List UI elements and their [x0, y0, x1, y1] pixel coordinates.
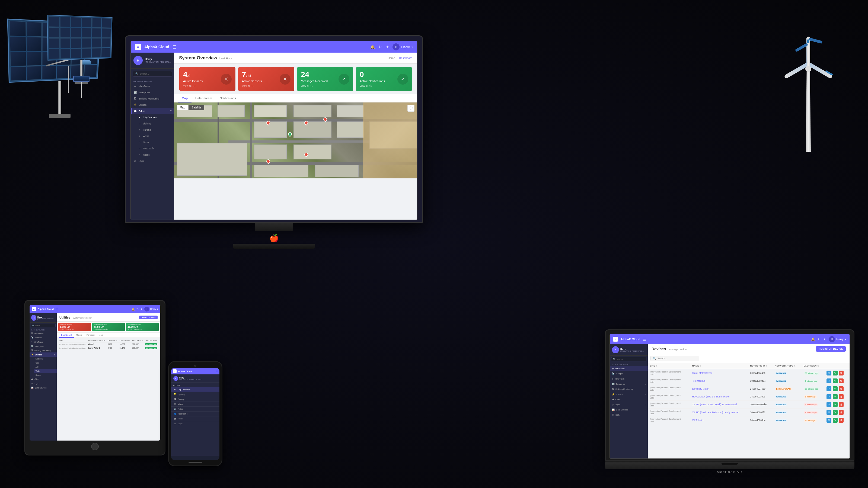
- tablet-sidebar-cities[interactable]: 🏙Cities: [30, 377, 57, 381]
- sidebar-item-cities[interactable]: 🏙 Cities ▾: [131, 108, 174, 114]
- tablet-sidebar-hotspot[interactable]: 📡Hotspot: [30, 335, 57, 340]
- tablet-search-input[interactable]: [35, 325, 54, 326]
- phone-nav-roads[interactable]: 🛣 Roads: [171, 416, 219, 421]
- stat-view-all[interactable]: View all ⓘ: [183, 84, 231, 88]
- phone-nav-lighting[interactable]: 💡 Lighting: [171, 392, 219, 397]
- laptop-sidebar-item-enterprise[interactable]: 🏢 Enterprise ›: [610, 382, 648, 387]
- view-button[interactable]: 👁: [827, 386, 831, 391]
- laptop-sidebar-item-utilities[interactable]: ⚡ Utilities ›: [610, 392, 648, 397]
- delete-button[interactable]: 🗑: [839, 418, 844, 423]
- edit-button[interactable]: ✎: [833, 379, 838, 383]
- devices-search-box[interactable]: 🔍: [650, 356, 699, 361]
- star-icon[interactable]: ★: [386, 45, 389, 49]
- laptop-star-icon[interactable]: ★: [823, 337, 826, 341]
- laptop-search-input[interactable]: [617, 358, 645, 360]
- phone-nav-foot-traffic[interactable]: 👣 Foot Traffic: [171, 412, 219, 416]
- edit-button[interactable]: ✎: [833, 410, 838, 415]
- device-name-link[interactable]: Test Modbus: [692, 380, 705, 382]
- edit-button[interactable]: ✎: [833, 370, 838, 376]
- view-button[interactable]: 👁: [827, 402, 831, 407]
- laptop-sidebar-item-cities[interactable]: 🏙 Cities ›: [610, 397, 648, 402]
- device-name-link[interactable]: Water Meter Device: [692, 372, 713, 375]
- tablet-home-button[interactable]: [91, 443, 99, 450]
- tablet-bell-icon[interactable]: 🔔: [131, 308, 135, 311]
- tab-notifications[interactable]: Notifications: [216, 94, 240, 102]
- laptop-sidebar-item-minetrack[interactable]: ◈ MineTrack: [610, 376, 648, 382]
- tablet-sidebar-building[interactable]: 🏗Building Monitoring: [30, 348, 57, 352]
- delete-button[interactable]: 🗑: [839, 386, 844, 391]
- tablet-sidebar-dashboard[interactable]: ⊞Dashboard: [30, 331, 57, 335]
- phone-nav-city-overview[interactable]: ● City Overview: [171, 387, 219, 392]
- sidebar-item-parking[interactable]: ○ Parking: [131, 127, 174, 133]
- map-tab-map[interactable]: Map: [177, 105, 188, 110]
- sidebar-item-lighting[interactable]: ○ Lighting: [131, 120, 174, 127]
- search-input[interactable]: [140, 72, 169, 75]
- edit-button[interactable]: ✎: [833, 402, 838, 407]
- tablet-sidebar-water[interactable]: Water: [34, 369, 57, 373]
- laptop-sidebar-item-logix[interactable]: ◇ Logix ›: [610, 402, 648, 407]
- laptop-search[interactable]: 🔍: [611, 357, 646, 361]
- tablet-sidebar-gas[interactable]: Gas: [34, 361, 57, 365]
- tab-data-stream[interactable]: Data Stream: [191, 94, 216, 102]
- tablet-sidebar-ac[interactable]: A/C: [34, 365, 57, 369]
- hamburger-icon[interactable]: ☰: [173, 44, 176, 50]
- sidebar-item-utilities[interactable]: ⚡ Utilities: [131, 102, 174, 108]
- view-button[interactable]: 👁: [827, 370, 831, 376]
- breadcrumb-home[interactable]: Home: [388, 57, 395, 60]
- sidebar-item-foot-traffic[interactable]: ○ Foot Traffic: [131, 145, 174, 152]
- stat-view-all[interactable]: View all ⓘ: [301, 84, 349, 88]
- sidebar-item-minetrack[interactable]: ◈ MineTrack: [131, 83, 174, 89]
- map-fullscreen-button[interactable]: ⛶: [407, 105, 414, 112]
- refresh-icon[interactable]: ↻: [379, 45, 382, 49]
- view-button[interactable]: 👁: [827, 410, 831, 415]
- delete-button[interactable]: 🗑: [839, 370, 844, 376]
- laptop-sidebar-item-hotspot[interactable]: 📡 Hotspot: [610, 371, 648, 376]
- bell-icon[interactable]: 🔔: [370, 45, 375, 49]
- tablet-sidebar-minetrack[interactable]: ◈MineTrack: [30, 340, 57, 344]
- phone-hamburger-icon[interactable]: ☰: [216, 370, 218, 372]
- stat-view-all[interactable]: View all ⓘ: [242, 84, 290, 88]
- laptop-hamburger-icon[interactable]: ☰: [643, 337, 646, 341]
- edit-button[interactable]: ✎: [833, 386, 838, 391]
- sidebar-item-logix[interactable]: ◇ Logix ›: [131, 158, 174, 164]
- delete-button[interactable]: 🗑: [839, 410, 844, 415]
- tablet-sidebar-logix[interactable]: ◇Logix: [30, 381, 57, 386]
- stat-view-all[interactable]: View all ⓘ: [360, 84, 408, 88]
- tablet-sidebar-datasources[interactable]: 📊Data Sources: [30, 386, 57, 390]
- device-name-link[interactable]: X1 PIR (Rev2 near Bathroom) Hourly Inter…: [692, 411, 739, 414]
- water-tab-forecast[interactable]: Forecast: [84, 333, 97, 338]
- tablet-sidebar-enterprise[interactable]: 🏢Enterprise: [30, 344, 57, 348]
- view-button[interactable]: 👁: [827, 379, 831, 383]
- delete-button[interactable]: 🗑: [839, 402, 844, 407]
- sidebar-search[interactable]: 🔍: [133, 71, 172, 77]
- laptop-sidebar-item-datasources[interactable]: 📊 Data Sources ▾: [610, 407, 648, 412]
- device-name-link[interactable]: X1 TH v0.1: [692, 419, 704, 422]
- water-tab-dashboard[interactable]: Dashboard: [59, 333, 74, 338]
- phone-home-indicator[interactable]: [188, 462, 202, 463]
- tablet-refresh-icon[interactable]: ↻: [136, 308, 138, 311]
- edit-button[interactable]: ✎: [833, 418, 838, 423]
- tablet-hamburger-icon[interactable]: ☰: [55, 307, 58, 311]
- phone-nav-logix[interactable]: ◇ Logix: [171, 421, 219, 426]
- laptop-sidebar-item-dashboard[interactable]: ⊞ Dashboard: [610, 366, 648, 371]
- map-tab-satellite[interactable]: Satellite: [188, 105, 204, 110]
- device-name-link[interactable]: Electricity Meter: [692, 387, 709, 390]
- water-tab-map[interactable]: Map: [97, 333, 105, 338]
- water-tab-meters[interactable]: Meters: [74, 333, 84, 338]
- sidebar-item-enterprise[interactable]: 🏢 Enterprise ›: [131, 89, 174, 95]
- tablet-sidebar-electricity[interactable]: Electricity: [34, 357, 57, 361]
- laptop-sidebar-item-building[interactable]: 🏗 Building Monitoring: [610, 387, 648, 392]
- connect-meter-button[interactable]: Connect a Meter: [139, 316, 158, 319]
- tablet-sidebar-utilities[interactable]: ⚡Utilities ▾: [30, 352, 57, 357]
- phone-nav-waste[interactable]: 🗑 Waste: [171, 402, 219, 407]
- laptop-sidebar-item-sql[interactable]: 🗄 SQL: [610, 412, 648, 418]
- view-button[interactable]: 👁: [827, 394, 831, 399]
- view-button[interactable]: 👁: [827, 418, 831, 423]
- devices-search-input[interactable]: [657, 357, 697, 360]
- tablet-star-icon[interactable]: ★: [140, 308, 143, 311]
- laptop-bell-icon[interactable]: 🔔: [811, 337, 815, 341]
- delete-button[interactable]: 🗑: [839, 379, 844, 383]
- sidebar-item-waste[interactable]: ○ Waste: [131, 133, 174, 139]
- device-name-link[interactable]: X1 PIR (Rev1 on Max Desk) 15 Min Interva…: [692, 403, 737, 406]
- tablet-search[interactable]: 🔍: [31, 324, 56, 327]
